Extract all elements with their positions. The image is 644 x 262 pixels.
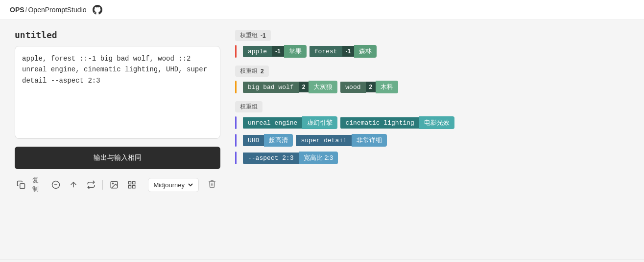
tag-bigbadwolf[interactable]: big bad wolf 2 大灰狼 [243,81,337,93]
tag-apple-zh: 苹果 [284,45,307,58]
weight-label-1: 权重组 -1 [235,30,271,41]
weight-label-text-2: 权重组 [240,67,258,75]
svg-point-5 [113,183,114,184]
tag-apple[interactable]: apple -1 苹果 [243,45,307,58]
copy-button[interactable] [15,178,27,191]
weight-value-1: -1 [261,32,266,39]
prompt-textarea[interactable]: apple, forest ::-1 big bad wolf, wood ::… [15,46,220,139]
toolbar: 复制 [15,176,220,194]
tag-aspect-zh: 宽高比 2:3 [299,152,338,164]
tag-cinematic-lighting[interactable]: cinematic lighting 电影光效 [340,116,454,129]
toolbar-divider [102,180,103,190]
tag-row-3-2: UHD 超高清 super detail 非常详细 [235,134,629,147]
tag-cinematic-lighting-en: cinematic lighting [340,117,419,129]
weight-label-2: 权重组 2 [235,66,269,77]
tag-uhd-zh: 超高清 [264,134,293,147]
weight-group-2: 权重组 2 big bad wolf 2 大灰狼 wood 2 木料 [235,66,629,95]
tag-cinematic-lighting-zh: 电影光效 [419,116,454,129]
tag-wood-zh: 木料 [376,81,398,93]
tag-row-1: apple -1 苹果 forest -1 森林 [235,45,629,58]
tag-forest[interactable]: forest -1 森林 [310,45,377,58]
tag-aspect-en: --aspect 2:3 [243,153,299,164]
tag-forest-en: forest [310,46,342,57]
weight-group-1: 权重组 -1 apple -1 苹果 forest -1 森林 [235,30,629,60]
right-panel: 权重组 -1 apple -1 苹果 forest -1 森林 [235,30,629,250]
clear-button[interactable] [49,178,62,191]
main-content: untitled apple, forest ::-1 big bad wolf… [0,20,644,260]
platform-select[interactable]: Midjourney [148,178,199,192]
copy-label: 复制 [32,176,45,194]
tag-bigbadwolf-badge: 2 [299,82,309,92]
tag-super-detail-en: super detail [296,135,352,146]
bottom-divider [0,260,644,260]
weight-label-text-1: 权重组 [240,31,258,40]
tag-uhd[interactable]: UHD 超高清 [243,134,293,147]
output-same-button[interactable]: 输出与输入相同 [15,147,220,169]
tag-row-3-1: unreal engine 虚幻引擎 cinematic lighting 电影… [235,116,629,129]
grid-button[interactable] [125,178,138,191]
tag-wood[interactable]: wood 2 木料 [340,81,398,93]
tag-wood-badge: 2 [366,82,376,92]
chevron-down-icon [188,182,193,188]
tag-unreal-engine-en: unreal engine [243,117,302,129]
github-icon[interactable] [93,5,102,15]
tag-uhd-en: UHD [243,135,264,146]
brand-logo: OPS/OpenPromptStudio [10,6,87,14]
brand-ops: OPS [10,6,24,14]
weight-label-text-3: 权重组 [240,103,258,111]
delete-button[interactable] [204,177,220,192]
exchange-button[interactable] [85,178,97,191]
tag-forest-badge: -1 [342,46,355,57]
tag-row-3-3: --aspect 2:3 宽高比 2:3 [235,152,629,164]
tag-wood-en: wood [340,82,365,93]
tag-apple-badge: -1 [272,46,284,57]
svg-rect-8 [133,186,135,188]
svg-rect-6 [129,181,131,184]
tag-row-2: big bad wolf 2 大灰狼 wood 2 木料 [235,81,629,93]
svg-rect-9 [129,186,131,188]
svg-rect-0 [20,184,25,189]
upload-button[interactable] [67,178,80,191]
brand-repo: OpenPromptStudio [28,6,86,14]
tag-forest-zh: 森林 [354,45,377,58]
group-3-rows: unreal engine 虚幻引擎 cinematic lighting 电影… [235,116,629,166]
tag-super-detail-zh: 非常详细 [352,134,387,147]
left-panel: untitled apple, forest ::-1 big bad wolf… [15,30,220,250]
tag-unreal-engine[interactable]: unreal engine 虚幻引擎 [243,116,337,129]
tag-super-detail[interactable]: super detail 非常详细 [296,134,387,147]
tag-unreal-engine-zh: 虚幻引擎 [302,116,337,129]
svg-rect-7 [133,181,135,184]
tag-aspect[interactable]: --aspect 2:3 宽高比 2:3 [243,152,338,164]
prompt-title: untitled [15,30,220,40]
image-button[interactable] [108,178,120,191]
weight-value-2: 2 [261,68,264,75]
tag-bigbadwolf-en: big bad wolf [243,82,299,93]
weight-label-3: 权重组 [235,101,262,112]
tag-bigbadwolf-zh: 大灰狼 [309,81,337,93]
tag-apple-en: apple [243,46,272,57]
platform-label: Midjourney [153,181,185,189]
header: OPS/OpenPromptStudio [0,0,644,20]
weight-group-3: 权重组 unreal engine 虚幻引擎 cinematic lightin… [235,101,629,166]
